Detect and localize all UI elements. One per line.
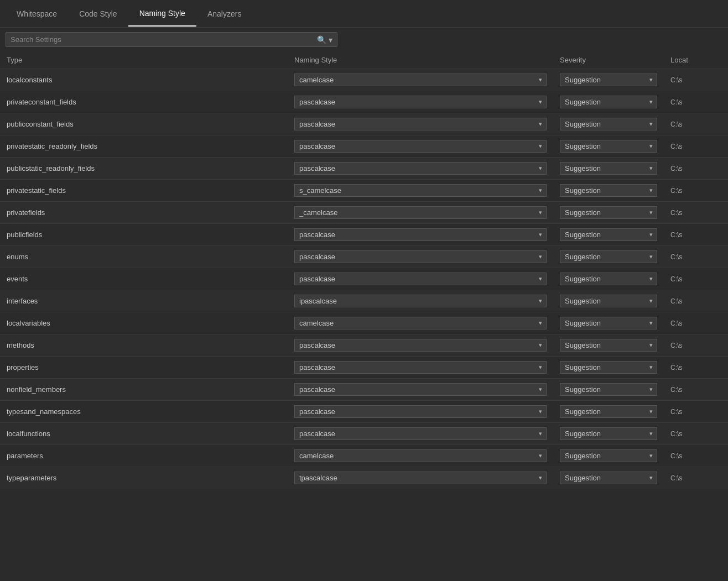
- cell-severity[interactable]: SuggestionWarningErrorNone: [553, 69, 664, 91]
- cell-severity[interactable]: SuggestionWarningErrorNone: [553, 268, 664, 290]
- cell-naming-style[interactable]: camelcasepascalcases_camelcase_camelcase…: [288, 224, 553, 246]
- cell-naming-style[interactable]: camelcasepascalcases_camelcase_camelcase…: [288, 445, 553, 467]
- tab-naming-style[interactable]: Naming Style: [128, 1, 196, 27]
- severity-select[interactable]: SuggestionWarningErrorNone: [560, 228, 657, 241]
- cell-naming-style[interactable]: camelcasepascalcases_camelcase_camelcase…: [288, 312, 553, 334]
- table-header-row: Type Naming Style Severity Locat: [0, 51, 728, 69]
- naming-style-select[interactable]: camelcasepascalcases_camelcase_camelcase…: [294, 96, 547, 108]
- naming-style-select[interactable]: camelcasepascalcases_camelcase_camelcase…: [294, 405, 547, 418]
- naming-style-select[interactable]: camelcasepascalcases_camelcase_camelcase…: [294, 273, 547, 285]
- cell-naming-style[interactable]: camelcasepascalcases_camelcase_camelcase…: [288, 135, 553, 158]
- severity-select[interactable]: SuggestionWarningErrorNone: [560, 184, 657, 197]
- naming-style-select[interactable]: camelcasepascalcases_camelcase_camelcase…: [294, 118, 547, 130]
- naming-style-select[interactable]: camelcasepascalcases_camelcase_camelcase…: [294, 295, 547, 307]
- cell-location: C:\s: [664, 113, 728, 135]
- severity-select[interactable]: SuggestionWarningErrorNone: [560, 273, 657, 285]
- cell-naming-style[interactable]: camelcasepascalcases_camelcase_camelcase…: [288, 423, 553, 445]
- severity-select[interactable]: SuggestionWarningErrorNone: [560, 295, 657, 307]
- cell-severity[interactable]: SuggestionWarningErrorNone: [553, 290, 664, 312]
- cell-naming-style[interactable]: camelcasepascalcases_camelcase_camelcase…: [288, 69, 553, 91]
- naming-style-select[interactable]: camelcasepascalcases_camelcase_camelcase…: [294, 383, 547, 396]
- naming-style-select[interactable]: camelcasepascalcases_camelcase_camelcase…: [294, 228, 547, 241]
- severity-select[interactable]: SuggestionWarningErrorNone: [560, 250, 657, 263]
- cell-severity[interactable]: SuggestionWarningErrorNone: [553, 91, 664, 113]
- cell-severity[interactable]: SuggestionWarningErrorNone: [553, 379, 664, 401]
- cell-severity[interactable]: SuggestionWarningErrorNone: [553, 445, 664, 467]
- cell-naming-style[interactable]: camelcasepascalcases_camelcase_camelcase…: [288, 91, 553, 113]
- cell-type: publicstatic_readonly_fields: [0, 158, 288, 180]
- cell-severity[interactable]: SuggestionWarningErrorNone: [553, 467, 664, 489]
- severity-select[interactable]: SuggestionWarningErrorNone: [560, 427, 657, 440]
- severity-select[interactable]: SuggestionWarningErrorNone: [560, 405, 657, 418]
- table-row: localconstantscamelcasepascalcases_camel…: [0, 69, 728, 91]
- cell-naming-style[interactable]: camelcasepascalcases_camelcase_camelcase…: [288, 113, 553, 135]
- naming-style-select[interactable]: camelcasepascalcases_camelcase_camelcase…: [294, 361, 547, 374]
- severity-select[interactable]: SuggestionWarningErrorNone: [560, 118, 657, 130]
- cell-naming-style[interactable]: camelcasepascalcases_camelcase_camelcase…: [288, 246, 553, 268]
- naming-style-select[interactable]: camelcasepascalcases_camelcase_camelcase…: [294, 162, 547, 175]
- tab-analyzers[interactable]: Analyzers: [196, 2, 252, 26]
- cell-location: C:\s: [664, 158, 728, 180]
- cell-naming-style[interactable]: camelcasepascalcases_camelcase_camelcase…: [288, 290, 553, 312]
- cell-naming-style[interactable]: camelcasepascalcases_camelcase_camelcase…: [288, 401, 553, 423]
- naming-style-select[interactable]: camelcasepascalcases_camelcase_camelcase…: [294, 449, 547, 462]
- cell-type: typesand_namespaces: [0, 401, 288, 423]
- cell-severity[interactable]: SuggestionWarningErrorNone: [553, 312, 664, 334]
- cell-type: localconstants: [0, 69, 288, 91]
- naming-style-select[interactable]: camelcasepascalcases_camelcase_camelcase…: [294, 206, 547, 219]
- cell-severity[interactable]: SuggestionWarningErrorNone: [553, 246, 664, 268]
- severity-select[interactable]: SuggestionWarningErrorNone: [560, 317, 657, 329]
- cell-severity[interactable]: SuggestionWarningErrorNone: [553, 113, 664, 135]
- severity-select[interactable]: SuggestionWarningErrorNone: [560, 140, 657, 153]
- cell-severity[interactable]: SuggestionWarningErrorNone: [553, 158, 664, 180]
- cell-severity[interactable]: SuggestionWarningErrorNone: [553, 135, 664, 158]
- table-row: publicfieldscamelcasepascalcases_camelca…: [0, 224, 728, 246]
- cell-naming-style[interactable]: camelcasepascalcases_camelcase_camelcase…: [288, 268, 553, 290]
- cell-location: C:\s: [664, 401, 728, 423]
- naming-style-select[interactable]: camelcasepascalcases_camelcase_camelcase…: [294, 339, 547, 352]
- severity-select[interactable]: SuggestionWarningErrorNone: [560, 361, 657, 374]
- search-button[interactable]: 🔍 ▾: [313, 33, 337, 46]
- cell-type: properties: [0, 357, 288, 379]
- search-input[interactable]: [6, 33, 313, 46]
- severity-select[interactable]: SuggestionWarningErrorNone: [560, 449, 657, 462]
- cell-severity[interactable]: SuggestionWarningErrorNone: [553, 180, 664, 202]
- cell-severity[interactable]: SuggestionWarningErrorNone: [553, 224, 664, 246]
- naming-style-select[interactable]: camelcasepascalcases_camelcase_camelcase…: [294, 427, 547, 440]
- severity-select[interactable]: SuggestionWarningErrorNone: [560, 162, 657, 175]
- cell-location: C:\s: [664, 445, 728, 467]
- table-row: enumscamelcasepascalcases_camelcase_came…: [0, 246, 728, 268]
- severity-select[interactable]: SuggestionWarningErrorNone: [560, 206, 657, 219]
- cell-naming-style[interactable]: camelcasepascalcases_camelcase_camelcase…: [288, 334, 553, 357]
- tab-whitespace[interactable]: Whitespace: [6, 2, 68, 26]
- naming-style-select[interactable]: camelcasepascalcases_camelcase_camelcase…: [294, 250, 547, 263]
- cell-severity[interactable]: SuggestionWarningErrorNone: [553, 334, 664, 357]
- severity-select[interactable]: SuggestionWarningErrorNone: [560, 339, 657, 352]
- severity-select[interactable]: SuggestionWarningErrorNone: [560, 74, 657, 86]
- cell-location: C:\s: [664, 268, 728, 290]
- naming-style-select[interactable]: camelcasepascalcases_camelcase_camelcase…: [294, 74, 547, 86]
- cell-naming-style[interactable]: camelcasepascalcases_camelcase_camelcase…: [288, 180, 553, 202]
- severity-select[interactable]: SuggestionWarningErrorNone: [560, 383, 657, 396]
- cell-severity[interactable]: SuggestionWarningErrorNone: [553, 423, 664, 445]
- cell-naming-style[interactable]: camelcasepascalcases_camelcase_camelcase…: [288, 379, 553, 401]
- severity-select[interactable]: SuggestionWarningErrorNone: [560, 472, 657, 484]
- cell-location: C:\s: [664, 91, 728, 113]
- cell-naming-style[interactable]: camelcasepascalcases_camelcase_camelcase…: [288, 357, 553, 379]
- cell-naming-style[interactable]: camelcasepascalcases_camelcase_camelcase…: [288, 158, 553, 180]
- table-row: localvariablescamelcasepascalcases_camel…: [0, 312, 728, 334]
- naming-style-select[interactable]: camelcasepascalcases_camelcase_camelcase…: [294, 317, 547, 329]
- cell-severity[interactable]: SuggestionWarningErrorNone: [553, 357, 664, 379]
- cell-severity[interactable]: SuggestionWarningErrorNone: [553, 401, 664, 423]
- cell-naming-style[interactable]: camelcasepascalcases_camelcase_camelcase…: [288, 202, 553, 224]
- table-row: typesand_namespacescamelcasepascalcases_…: [0, 401, 728, 423]
- cell-naming-style[interactable]: camelcasepascalcases_camelcase_camelcase…: [288, 467, 553, 489]
- naming-style-select[interactable]: camelcasepascalcases_camelcase_camelcase…: [294, 184, 547, 197]
- naming-style-select[interactable]: camelcasepascalcases_camelcase_camelcase…: [294, 472, 547, 484]
- severity-select[interactable]: SuggestionWarningErrorNone: [560, 96, 657, 108]
- table-row: publicstatic_readonly_fieldscamelcasepas…: [0, 158, 728, 180]
- table-row: propertiescamelcasepascalcases_camelcase…: [0, 357, 728, 379]
- naming-style-select[interactable]: camelcasepascalcases_camelcase_camelcase…: [294, 140, 547, 153]
- cell-severity[interactable]: SuggestionWarningErrorNone: [553, 202, 664, 224]
- tab-code-style[interactable]: Code Style: [68, 2, 128, 26]
